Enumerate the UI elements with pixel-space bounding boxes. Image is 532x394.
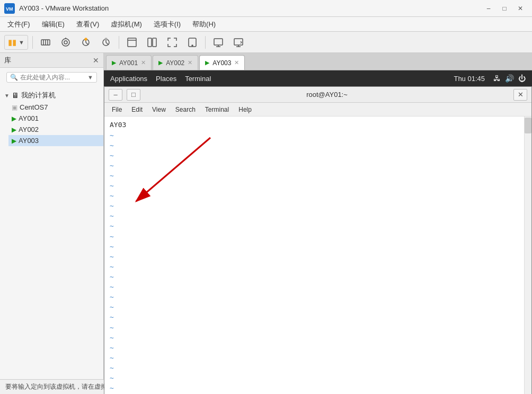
gnome-applications[interactable]: Applications (110, 75, 147, 83)
sidebar-close-button[interactable]: ✕ (93, 56, 99, 65)
tilde-line: ~ (110, 211, 526, 221)
term-menu-terminal[interactable]: Terminal (201, 105, 233, 114)
tilde-line: ~ (110, 160, 526, 171)
tree-root-label: 我的计算机 (21, 91, 56, 100)
gnome-clock: Thu 01:45 (454, 75, 485, 83)
menu-tabs[interactable]: 选项卡(I) (148, 19, 186, 30)
toolbar: ▮▮ ▼ (0, 32, 532, 53)
view-tablet-button[interactable] (184, 34, 201, 51)
tree-item-ay001[interactable]: ▶ AY001 (8, 113, 103, 124)
term-menu-help[interactable]: Help (234, 105, 256, 114)
window-controls: – □ ✕ (481, 1, 528, 16)
tree-label-ay003: AY003 (19, 137, 39, 145)
tilde-line: ~ (110, 181, 526, 191)
tab-ay002[interactable]: ▶ AY002 ✕ (153, 55, 198, 70)
more-button[interactable] (230, 34, 247, 51)
gnome-places[interactable]: Places (156, 75, 176, 83)
terminal-menubar: File Edit View Search Terminal Help (104, 103, 531, 117)
tree-label-centos7: CentOS7 (20, 103, 48, 111)
separator-1 (32, 36, 33, 49)
tilde-line: ~ (110, 272, 526, 282)
tree-item-ay003[interactable]: ▶ AY003 (8, 135, 103, 146)
sidebar-title: 库 (4, 56, 11, 65)
sys-icons: 🖧 🔊 ⏻ (493, 74, 526, 83)
menu-help[interactable]: 帮助(H) (187, 19, 221, 30)
dropdown-icon[interactable]: ▼ (87, 74, 93, 80)
revert-button[interactable] (97, 34, 114, 51)
tree-label-ay001: AY001 (19, 114, 39, 122)
tree-root[interactable]: ▼ 🖥 我的计算机 (0, 89, 103, 102)
tilde-line: ~ (110, 282, 526, 292)
maximize-button[interactable]: □ (497, 1, 512, 16)
svg-rect-15 (148, 38, 152, 47)
tilde-line: ~ (110, 323, 526, 333)
gnome-topbar: Applications Places Terminal Thu 01:45 🖧… (104, 70, 532, 86)
view-normal-button[interactable] (123, 34, 140, 51)
terminal-scrollbar[interactable] (524, 117, 531, 394)
close-button[interactable]: ✕ (513, 1, 528, 16)
sidebar-search[interactable]: 🔍 ▼ (6, 72, 97, 83)
tilde-line: ~ (110, 221, 526, 231)
terminal-close-button[interactable]: ✕ (513, 89, 527, 101)
app-icon: VM (4, 3, 15, 14)
tab-close-ay003[interactable]: ✕ (234, 59, 239, 66)
vm-display[interactable]: Applications Places Terminal Thu 01:45 🖧… (104, 70, 532, 394)
term-menu-edit[interactable]: Edit (127, 105, 147, 114)
tab-label-ay001: AY001 (119, 59, 138, 67)
tilde-line: ~ (110, 292, 526, 302)
terminal-minimize-button[interactable]: – (109, 89, 122, 101)
svg-text:VM: VM (6, 6, 13, 12)
tab-close-ay001[interactable]: ✕ (141, 59, 146, 66)
pause-button[interactable]: ▮▮ ▼ (4, 35, 28, 50)
tab-ay003[interactable]: ▶ AY003 ✕ (199, 55, 245, 70)
volume-icon[interactable]: 🔊 (505, 74, 514, 83)
terminal-maximize-button[interactable]: □ (127, 89, 140, 101)
tree-item-ay002[interactable]: ▶ AY002 (8, 124, 103, 135)
menu-file[interactable]: 文件(F) (2, 19, 36, 30)
tilde-line: ~ (110, 373, 526, 383)
network-icon[interactable]: 🖧 (493, 74, 501, 83)
terminal-content[interactable]: AY03 ~~~~~~~~~~~~~~~~~~~~~~~~~~~~ (104, 117, 531, 394)
term-menu-search[interactable]: Search (171, 105, 200, 114)
tilde-line: ~ (110, 353, 526, 363)
search-input[interactable] (20, 74, 85, 81)
terminal-titlebar: – □ root@AY01:~ ✕ (104, 87, 531, 103)
terminal-window[interactable]: – □ root@AY01:~ ✕ File Edit View Search … (104, 86, 532, 394)
menu-edit[interactable]: 编辑(E) (37, 19, 70, 30)
app-title: AY003 - VMware Workstation (19, 4, 477, 12)
tab-label-ay002: AY002 (166, 59, 184, 67)
tab-ay001[interactable]: ▶ AY001 ✕ (106, 55, 152, 70)
tab-icon-ay003: ▶ (205, 59, 209, 66)
snapshot-manager-button[interactable] (77, 34, 94, 51)
terminal-output-line: AY03 (110, 120, 526, 130)
tree-item-centos7[interactable]: ▣ CentOS7 (8, 102, 103, 113)
menu-view[interactable]: 查看(V) (71, 19, 104, 30)
send-keys-button[interactable] (37, 34, 54, 51)
tilde-line: ~ (110, 302, 526, 312)
sidebar: 库 ✕ 🔍 ▼ ▼ 🖥 我的计算机 ▣ CentOS7 ▶ (0, 53, 104, 379)
term-menu-file[interactable]: File (108, 105, 126, 114)
view-unity-button[interactable] (144, 34, 161, 51)
tilde-line: ~ (110, 191, 526, 201)
power-icon[interactable]: ⏻ (518, 74, 526, 83)
tree-children: ▣ CentOS7 ▶ AY001 ▶ AY002 ▶ AY003 (0, 102, 103, 146)
tree-label-ay002: AY002 (19, 126, 39, 133)
tab-bar: ▶ AY001 ✕ ▶ AY002 ✕ ▶ AY003 ✕ (104, 53, 532, 70)
gnome-terminal[interactable]: Terminal (185, 75, 211, 83)
term-menu-view[interactable]: View (148, 105, 170, 114)
tab-close-ay002[interactable]: ✕ (188, 59, 192, 66)
console-button[interactable] (210, 34, 227, 51)
tilde-line: ~ (110, 140, 526, 150)
vm-tree: ▼ 🖥 我的计算机 ▣ CentOS7 ▶ AY001 ▶ AY002 (0, 87, 103, 379)
view-fullscreen-button[interactable] (164, 34, 181, 51)
tilde-line: ~ (110, 150, 526, 160)
svg-rect-19 (214, 39, 223, 45)
minimize-button[interactable]: – (481, 1, 496, 16)
vm-icon-ay003: ▶ (12, 137, 16, 145)
search-icon: 🔍 (10, 74, 18, 81)
tilde-line: ~ (110, 171, 526, 181)
snapshot-button[interactable] (57, 34, 74, 51)
tilde-line: ~ (110, 312, 526, 322)
menu-vm[interactable]: 虚拟机(M) (105, 19, 147, 30)
sidebar-header: 库 ✕ (0, 53, 103, 68)
